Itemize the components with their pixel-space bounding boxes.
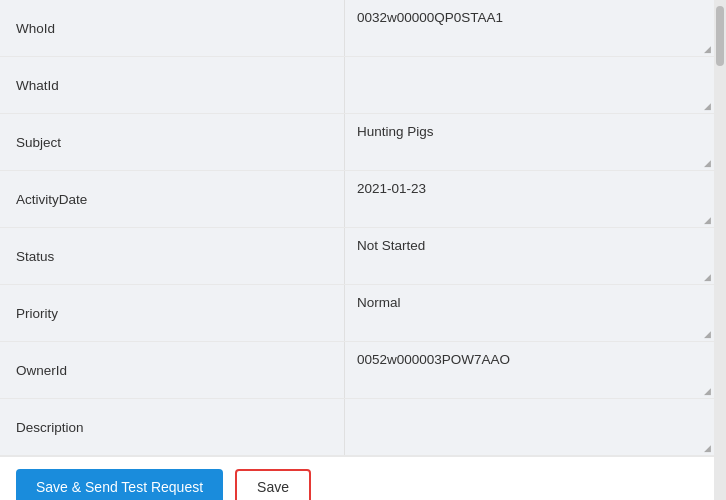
form-row: Description◢ (0, 399, 714, 456)
field-value-ownerid[interactable]: ◢ (345, 342, 714, 398)
field-input-subject[interactable] (357, 124, 702, 160)
form-container: WhoId◢WhatId◢Subject◢ActivityDate◢Status… (0, 0, 726, 500)
form-row: Subject◢ (0, 114, 714, 171)
field-label-ownerid: OwnerId (0, 342, 345, 398)
field-label-description: Description (0, 399, 345, 455)
resize-handle: ◢ (702, 215, 712, 225)
form-main-content: WhoId◢WhatId◢Subject◢ActivityDate◢Status… (0, 0, 714, 500)
send-test-request-button[interactable]: Save & Send Test Request (16, 469, 223, 500)
scrollbar[interactable] (714, 0, 726, 500)
resize-handle: ◢ (702, 272, 712, 282)
save-button[interactable]: Save (235, 469, 311, 500)
field-input-activitydate[interactable] (357, 181, 702, 217)
field-label-whatid: WhatId (0, 57, 345, 113)
field-label-whoid: WhoId (0, 0, 345, 56)
field-input-status[interactable] (357, 238, 702, 274)
field-label-subject: Subject (0, 114, 345, 170)
footer: Save & Send Test Request Save (0, 456, 714, 500)
form-row: WhoId◢ (0, 0, 714, 57)
field-label-status: Status (0, 228, 345, 284)
form-row: ActivityDate◢ (0, 171, 714, 228)
field-value-whatid[interactable]: ◢ (345, 57, 714, 113)
field-value-description[interactable]: ◢ (345, 399, 714, 455)
field-value-subject[interactable]: ◢ (345, 114, 714, 170)
scrollbar-thumb (716, 6, 724, 66)
field-input-whatid[interactable] (357, 67, 702, 103)
field-value-status[interactable]: ◢ (345, 228, 714, 284)
field-label-priority: Priority (0, 285, 345, 341)
form-row: WhatId◢ (0, 57, 714, 114)
field-input-description[interactable] (357, 409, 702, 445)
resize-handle: ◢ (702, 329, 712, 339)
form-outer-wrapper: WhoId◢WhatId◢Subject◢ActivityDate◢Status… (0, 0, 726, 500)
resize-handle: ◢ (702, 44, 712, 54)
form-rows: WhoId◢WhatId◢Subject◢ActivityDate◢Status… (0, 0, 714, 456)
form-row: Status◢ (0, 228, 714, 285)
field-input-priority[interactable] (357, 295, 702, 331)
resize-handle: ◢ (702, 101, 712, 111)
form-row: Priority◢ (0, 285, 714, 342)
resize-handle: ◢ (702, 443, 712, 453)
field-value-whoid[interactable]: ◢ (345, 0, 714, 56)
resize-handle: ◢ (702, 158, 712, 168)
form-row: OwnerId◢ (0, 342, 714, 399)
field-label-activitydate: ActivityDate (0, 171, 345, 227)
field-input-whoid[interactable] (357, 10, 702, 46)
field-value-priority[interactable]: ◢ (345, 285, 714, 341)
resize-handle: ◢ (702, 386, 712, 396)
field-input-ownerid[interactable] (357, 352, 702, 388)
field-value-activitydate[interactable]: ◢ (345, 171, 714, 227)
